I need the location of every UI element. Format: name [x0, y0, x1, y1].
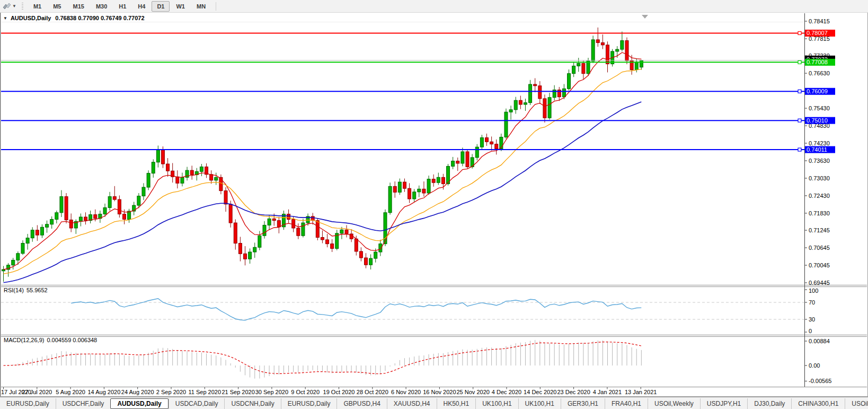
chart-tab-usdjpyh1[interactable]: USDJPY,H1 — [700, 398, 747, 409]
candle — [393, 181, 396, 198]
candle — [365, 253, 368, 268]
chart-tab-usdcaddaily[interactable]: USDCAD,Daily — [169, 398, 225, 409]
timeframe-button-m5[interactable]: M5 — [48, 1, 66, 12]
timeframe-button-h4[interactable]: H4 — [132, 1, 150, 12]
candle — [504, 109, 508, 139]
hline-price-label: 0.74011 — [807, 146, 827, 153]
hline-price-label: 0.77008 — [807, 59, 828, 65]
candle — [534, 78, 537, 92]
date-label: 6 Nov 2020 — [391, 389, 421, 395]
candle — [490, 136, 493, 150]
chart-tab-usdcnhdaily[interactable]: USDCNH,Daily — [224, 398, 280, 409]
chart-tab-usoilweekly[interactable]: USOil,Weekly — [648, 398, 700, 409]
date-label: 28 Oct 2020 — [357, 389, 388, 395]
candle — [485, 134, 489, 146]
candle — [282, 211, 285, 230]
window-frame — [0, 12, 868, 397]
candle — [403, 179, 406, 192]
candle — [249, 248, 252, 264]
candle — [557, 87, 561, 101]
rsi-header: RSI(14)55.9652 — [4, 287, 48, 293]
chart-tab-audusddaily[interactable]: AUDUSD,Daily — [110, 398, 168, 409]
candles — [2, 28, 643, 282]
hline-0.78007[interactable]: 0.78007 — [1, 30, 835, 37]
candle — [132, 202, 136, 215]
candle — [524, 99, 527, 111]
date-label: 16 Nov 2020 — [423, 389, 456, 395]
macd-values: 0.004559 0.006348 — [47, 337, 97, 343]
candle — [7, 263, 10, 277]
chart-tab-xauusdh4[interactable]: XAUUSD,H4 — [387, 398, 437, 409]
timeframe-button-mn[interactable]: MN — [191, 1, 211, 12]
date-label: 19 Oct 2020 — [323, 389, 355, 395]
chart-shift-marker-icon[interactable] — [642, 15, 648, 19]
chart-tab-usoil[interactable]: USOil, — [845, 398, 868, 409]
candle — [200, 164, 203, 176]
candle — [596, 28, 599, 47]
candle — [538, 81, 542, 104]
chart-tab-usdchfdaily[interactable]: USDCHF,Daily — [56, 398, 111, 409]
price-tick-label: 0.70645 — [809, 245, 830, 251]
candle — [147, 170, 150, 190]
chart-tab-uk100h1[interactable]: UK100,H1 — [518, 398, 561, 409]
candle — [258, 231, 261, 250]
toolbar-grip-handle[interactable] — [22, 3, 23, 10]
candle — [215, 173, 218, 185]
chevron-down-icon[interactable]: ▼ — [12, 4, 16, 8]
candle — [176, 170, 179, 188]
timeframe-button-m1[interactable]: M1 — [28, 1, 47, 12]
candle — [277, 217, 280, 233]
candle — [65, 193, 68, 223]
chart-tab-uk100h1[interactable]: UK100,H1 — [475, 398, 518, 409]
chart-canvas[interactable]: 0.784150.778150.772300.766300.754300.748… — [0, 0, 868, 409]
chart-tab-dj30daily[interactable]: DJ30,Daily — [747, 398, 791, 409]
hline-0.74011[interactable]: 0.74011 — [1, 146, 835, 153]
candle — [345, 225, 348, 237]
date-label: 21 Sep 2020 — [222, 389, 254, 395]
candle — [152, 159, 155, 178]
macd-tick-label: -0.00565 — [809, 378, 831, 384]
timeframe-button-w1[interactable]: W1 — [171, 1, 190, 12]
candle — [74, 219, 77, 233]
candle — [461, 147, 464, 166]
candle — [480, 135, 483, 150]
candle — [321, 230, 324, 243]
symbol-dropdown-icon[interactable]: ▼ — [3, 16, 7, 21]
hline-0.77008[interactable]: 0.77008 — [1, 59, 835, 66]
macd-tick-label: 0.00884 — [809, 338, 830, 344]
timeframe-button-m30[interactable]: M30 — [91, 1, 112, 12]
chart-title-bar: ▼ AUDUSD,Daily 0.76838 0.77090 0.76749 0… — [3, 14, 148, 22]
chart-tab-eurusddaily[interactable]: EURUSD,Daily — [281, 398, 337, 409]
chart-tab-hk50h1[interactable]: HK50,H1 — [437, 398, 476, 409]
candle — [606, 41, 609, 72]
candle — [244, 246, 247, 265]
terminal-window: ▼ M1M5M15M30H1H4D1W1MN ▼ AUDUSD,Daily 0.… — [0, 0, 868, 409]
date-label: 23 Dec 2020 — [557, 389, 590, 395]
candle — [128, 209, 131, 223]
chart-tab-eurusddaily[interactable]: EURUSD,Daily — [0, 398, 56, 409]
chart-tab-bar: EURUSD,DailyUSDCHF,DailyAUDUSD,DailyUSDC… — [0, 397, 868, 409]
date-label: 13 Jan 2021 — [625, 389, 657, 395]
candle — [297, 223, 300, 239]
rsi-line — [71, 299, 641, 320]
candle — [568, 69, 571, 91]
candle — [263, 221, 266, 239]
date-label: 9 Oct 2020 — [291, 389, 320, 395]
chart-tab-gbpusdh4[interactable]: GBPUSD,H4 — [336, 398, 386, 409]
chart-cursor-icon[interactable] — [2, 2, 12, 11]
rsi-value: 55.9652 — [26, 287, 48, 293]
candle — [224, 187, 227, 212]
candle — [156, 145, 160, 167]
candle — [456, 158, 459, 171]
timeframe-button-d1[interactable]: D1 — [152, 1, 170, 12]
chart-tab-fra40h1[interactable]: FRA40,H1 — [605, 398, 648, 409]
candle — [40, 224, 43, 238]
candle — [12, 258, 15, 269]
chart-tab-china300h1[interactable]: CHINA300,H1 — [791, 398, 845, 409]
chart-tab-ger30h1[interactable]: GER30,H1 — [561, 398, 605, 409]
candle — [466, 150, 469, 169]
timeframe-button-h1[interactable]: H1 — [113, 1, 131, 12]
hline-0.76009[interactable]: 0.76009 — [1, 88, 835, 95]
timeframe-button-m15[interactable]: M15 — [67, 1, 89, 12]
hline-0.75010[interactable]: 0.75010 — [1, 117, 835, 124]
